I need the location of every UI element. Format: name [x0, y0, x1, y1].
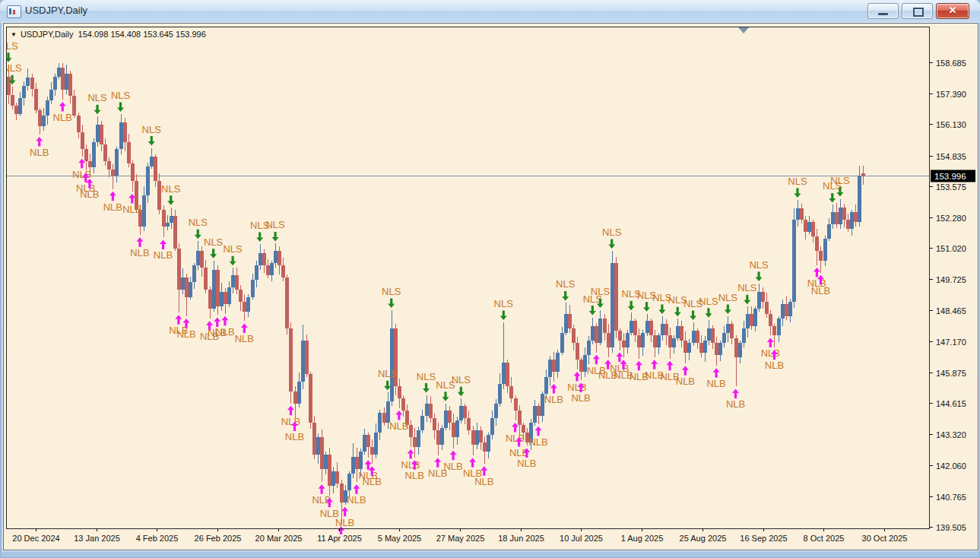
svg-text:NLS: NLS: [602, 227, 622, 238]
svg-text:NLB: NLB: [72, 169, 91, 180]
svg-text:16 Sep 2025: 16 Sep 2025: [740, 534, 787, 543]
sell-arrow-icon: [442, 392, 449, 401]
buy-arrow-icon: [616, 353, 623, 363]
sell-arrow-icon: [117, 103, 124, 113]
svg-text:NLS: NLS: [788, 176, 807, 187]
svg-text:143.320: 143.320: [936, 430, 966, 439]
buy-arrow-icon: [341, 507, 348, 517]
date-axis[interactable]: 20 Dec 202413 Jan 20254 Feb 202526 Feb 2…: [12, 528, 907, 543]
svg-text:NLS: NLS: [161, 183, 181, 195]
sell-arrow-icon: [94, 105, 101, 115]
buy-arrow-icon: [136, 237, 143, 247]
svg-text:10 Jul 2025: 10 Jul 2025: [560, 534, 603, 543]
buy-arrow-icon: [732, 388, 739, 398]
sell-arrow-icon: [690, 310, 696, 320]
ohlc-close: 153.996: [176, 30, 206, 39]
sell-arrow-icon: [500, 310, 507, 320]
svg-text:NLB: NLB: [130, 247, 149, 258]
svg-text:NLB: NLB: [389, 420, 408, 432]
chart-ohlc-header[interactable]: ▼USDJPY,Daily 154.098 154.408 153.645 15…: [11, 30, 206, 39]
svg-text:148.465: 148.465: [936, 306, 966, 315]
svg-text:4 Feb 2025: 4 Feb 2025: [136, 534, 179, 543]
sell-arrow-icon: [458, 387, 465, 397]
sell-arrow-icon: [230, 256, 236, 266]
svg-text:NLB: NLB: [154, 249, 173, 261]
svg-text:NLB: NLB: [528, 436, 547, 448]
svg-text:NLS: NLS: [189, 217, 208, 228]
sell-arrow-icon: [744, 295, 750, 305]
buy-arrow-icon: [636, 361, 642, 371]
buy-arrow-icon: [682, 366, 689, 376]
svg-text:NLB: NLB: [335, 517, 354, 528]
chart-symbol-label: USDJPY,Daily: [21, 30, 74, 39]
svg-text:NLS: NLS: [749, 259, 769, 271]
sell-arrow-icon: [256, 233, 263, 243]
svg-text:NLB: NLB: [235, 333, 254, 344]
svg-text:NLB: NLB: [285, 431, 304, 442]
buy-arrow-icon: [573, 372, 580, 382]
svg-text:NLS: NLS: [556, 278, 576, 290]
buy-arrow-icon: [651, 360, 658, 369]
svg-text:NLB: NLB: [176, 328, 195, 340]
svg-text:NLS: NLS: [2, 62, 22, 74]
svg-text:1 Aug 2025: 1 Aug 2025: [621, 534, 664, 543]
sell-arrow-icon: [725, 305, 731, 315]
svg-text:NLS: NLS: [378, 368, 398, 379]
svg-text:NLS: NLS: [452, 374, 471, 385]
svg-text:NLS: NLS: [111, 90, 131, 101]
svg-text:NLB: NLB: [122, 204, 141, 215]
svg-text:13 Jan 2025: 13 Jan 2025: [74, 534, 120, 543]
svg-text:145.875: 145.875: [936, 369, 966, 378]
sell-arrow-icon: [829, 193, 836, 203]
svg-text:154.835: 154.835: [936, 152, 966, 161]
svg-text:NLS: NLS: [382, 286, 401, 297]
svg-text:NLB: NLB: [765, 360, 784, 371]
buy-arrow-icon: [469, 458, 476, 468]
svg-text:NLB: NLB: [474, 476, 493, 487]
svg-text:142.060: 142.060: [936, 461, 966, 471]
buy-arrow-icon: [353, 484, 360, 494]
svg-text:NLS: NLS: [87, 92, 107, 103]
sell-arrow-icon: [628, 301, 635, 311]
svg-text:NLS: NLS: [830, 175, 850, 186]
candlestick-chart[interactable]: NLBNLBNLBNLBNLBNLBNLBNLBNLBNLBNLBNLBNLBN…: [0, 0, 980, 558]
svg-text:157.390: 157.390: [936, 90, 966, 99]
sell-arrow-icon: [608, 239, 615, 249]
buy-arrow-icon: [767, 338, 774, 347]
sell-arrow-icon: [195, 230, 201, 239]
svg-text:140.765: 140.765: [936, 493, 966, 502]
svg-text:NLB: NLB: [80, 189, 99, 200]
svg-text:NLS: NLS: [718, 292, 738, 303]
svg-text:20 Dec 2024: 20 Dec 2024: [12, 534, 59, 543]
price-axis[interactable]: 158.685157.390156.130154.835153.575152.2…: [929, 59, 966, 532]
buy-arrow-icon: [535, 426, 542, 436]
buy-arrow-icon: [109, 192, 116, 201]
svg-text:NLB: NLB: [405, 470, 424, 481]
svg-text:158.685: 158.685: [936, 59, 966, 68]
chart-shift-marker-icon[interactable]: [738, 27, 749, 33]
svg-text:149.725: 149.725: [936, 275, 966, 284]
sell-arrow-icon: [705, 308, 712, 318]
buy-arrow-icon: [78, 159, 85, 169]
buy-arrow-icon: [160, 239, 167, 249]
sell-arrow-icon: [756, 272, 763, 282]
sell-arrow-icon: [272, 232, 279, 242]
sell-arrow-icon: [589, 306, 596, 315]
signal-markers: NLBNLBNLBNLBNLBNLBNLBNLBNLBNLBNLBNLBNLBN…: [0, 40, 850, 548]
svg-text:NLS: NLS: [265, 219, 285, 230]
sell-arrow-icon: [167, 195, 174, 205]
svg-text:151.020: 151.020: [936, 244, 966, 253]
svg-text:144.615: 144.615: [936, 399, 966, 408]
ohlc-open: 154.098: [78, 30, 109, 39]
sell-arrow-icon: [562, 291, 569, 301]
collapse-triangle-icon: ▼: [11, 31, 17, 38]
current-price-badge: 153.996: [931, 170, 975, 182]
buy-arrow-icon: [667, 361, 674, 371]
svg-text:NLS: NLS: [0, 40, 18, 52]
svg-text:NLB: NLB: [726, 398, 745, 410]
svg-text:25 Aug 2025: 25 Aug 2025: [680, 534, 727, 543]
buy-arrow-icon: [512, 423, 519, 433]
buy-arrow-icon: [128, 194, 135, 204]
svg-text:156.130: 156.130: [936, 120, 966, 129]
svg-text:NLB: NLB: [571, 392, 590, 404]
